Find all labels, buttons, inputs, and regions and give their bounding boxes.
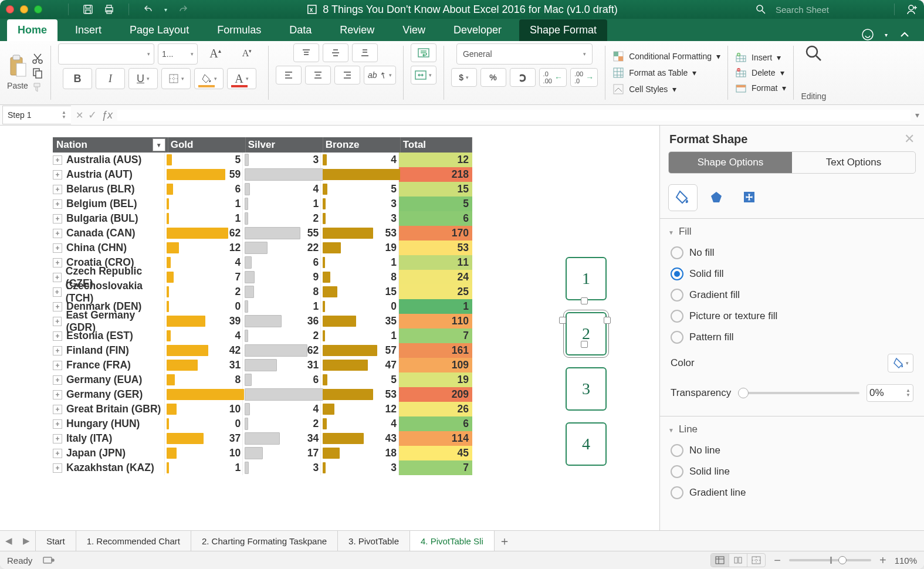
align-left-icon[interactable]: [276, 66, 302, 84]
page-layout-view-icon[interactable]: [729, 554, 747, 567]
fill-color-button[interactable]: ▾: [194, 68, 224, 89]
table-row[interactable]: +Finland (FIN)426257161: [53, 343, 472, 358]
search-icon[interactable]: [756, 4, 766, 15]
sheet-tab[interactable]: 1. Recommended Chart: [76, 531, 191, 551]
line-option[interactable]: Solid line: [668, 461, 916, 482]
size-properties-tab-icon[interactable]: [735, 184, 763, 210]
fill-option[interactable]: Picture or texture fill: [668, 306, 916, 327]
expand-icon[interactable]: +: [53, 331, 62, 341]
transparency-slider[interactable]: [738, 392, 859, 394]
radio-icon[interactable]: [671, 486, 683, 499]
expand-icon[interactable]: +: [53, 243, 62, 253]
header-total[interactable]: Total: [401, 137, 472, 153]
minimize-window-icon[interactable]: [20, 5, 28, 13]
increase-decimal-icon[interactable]: .0.00←: [539, 68, 567, 87]
text-options-tab[interactable]: Text Options: [792, 152, 915, 173]
fill-option[interactable]: Solid fill: [668, 263, 916, 284]
slicer-1[interactable]: 1: [566, 257, 607, 300]
prev-sheet-icon[interactable]: ◀: [5, 536, 12, 546]
sheet-tab[interactable]: Start: [35, 531, 76, 551]
table-row[interactable]: +Belarus (BLR)64515: [53, 182, 472, 197]
tab-insert[interactable]: Insert: [65, 19, 112, 41]
slicer-3[interactable]: 3: [566, 367, 607, 411]
zoom-window-icon[interactable]: [34, 5, 42, 13]
expand-icon[interactable]: +: [53, 273, 62, 282]
normal-view-icon[interactable]: [711, 554, 729, 567]
expand-formula-bar-icon[interactable]: ▾: [915, 110, 919, 120]
expand-icon[interactable]: +: [53, 185, 62, 194]
cancel-formula-icon[interactable]: ✕: [76, 110, 83, 121]
expand-icon[interactable]: +: [53, 419, 62, 429]
table-row[interactable]: +France (FRA)313147109: [53, 358, 472, 372]
macro-record-icon[interactable]: [43, 556, 55, 565]
expand-icon[interactable]: +: [53, 449, 62, 458]
expand-icon[interactable]: +: [53, 214, 62, 223]
search-input[interactable]: [774, 2, 882, 16]
underline-button[interactable]: U▾: [128, 68, 158, 89]
format-painter-icon[interactable]: [32, 81, 43, 93]
formula-input[interactable]: [117, 110, 911, 121]
radio-icon[interactable]: [671, 289, 683, 302]
delete-cells-button[interactable]: Delete▾: [735, 67, 786, 78]
border-button[interactable]: ▾: [161, 68, 191, 89]
expand-icon[interactable]: +: [53, 390, 62, 399]
redo-icon[interactable]: [178, 4, 188, 15]
table-row[interactable]: +Bulgaria (BUL)1236: [53, 211, 472, 226]
sheet-tab[interactable]: 2. Charting Formating Taskpane: [191, 531, 338, 551]
expand-icon[interactable]: +: [53, 346, 62, 355]
expand-icon[interactable]: +: [53, 463, 62, 473]
copy-icon[interactable]: [32, 67, 43, 79]
print-icon[interactable]: [104, 4, 114, 15]
expand-icon[interactable]: +: [53, 258, 62, 267]
radio-icon[interactable]: [671, 331, 683, 344]
table-row[interactable]: +Great Britain (GBR)1041226: [53, 402, 472, 416]
comma-icon[interactable]: ͻ: [510, 68, 536, 87]
fill-option[interactable]: No fill: [668, 242, 916, 263]
line-option[interactable]: No line: [668, 440, 916, 461]
percent-icon[interactable]: %: [480, 68, 506, 87]
bold-button[interactable]: B: [63, 68, 92, 89]
zoom-in-icon[interactable]: +: [879, 554, 886, 567]
font-size-select[interactable]: 1...▾: [158, 43, 198, 65]
cut-icon[interactable]: [32, 53, 43, 65]
radio-icon[interactable]: [671, 465, 683, 478]
zoom-slider[interactable]: [789, 559, 871, 561]
table-row[interactable]: +China (CHN)12221953: [53, 241, 472, 255]
align-center-icon[interactable]: [305, 66, 331, 84]
align-bottom-icon[interactable]: [352, 43, 378, 62]
header-nation[interactable]: Nation ▼: [53, 137, 168, 153]
expand-icon[interactable]: +: [53, 302, 62, 311]
share-icon[interactable]: [906, 4, 918, 15]
table-row[interactable]: +Hungary (HUN)0246: [53, 416, 472, 431]
fill-color-swatch[interactable]: ▾: [888, 354, 913, 372]
name-box[interactable]: Step 1 ▲▼: [2, 106, 71, 124]
paste-icon[interactable]: [7, 54, 28, 79]
table-row[interactable]: +Austria (AUT)597881218: [53, 167, 472, 182]
tab-data[interactable]: Data: [279, 19, 322, 41]
tab-shape-format[interactable]: Shape Format: [519, 19, 607, 41]
merge-cells-icon[interactable]: ▾: [411, 66, 436, 84]
sheet-tab[interactable]: 4. PivotTable Sli: [410, 531, 495, 552]
accept-formula-icon[interactable]: ✓: [88, 109, 97, 121]
table-row[interactable]: +Germany (GER)787853209: [53, 387, 472, 402]
font-color-button[interactable]: A▾: [227, 68, 256, 89]
number-format-select[interactable]: General▾: [456, 43, 593, 65]
header-bronze[interactable]: Bronze: [323, 137, 401, 153]
increase-font-icon[interactable]: A▴: [201, 43, 229, 63]
table-row[interactable]: +Estonia (EST)4217: [53, 328, 472, 343]
align-middle-icon[interactable]: [323, 43, 348, 62]
feedback-smile-icon[interactable]: [861, 28, 874, 41]
conditional-formatting-button[interactable]: Conditional Formatting▾: [612, 50, 720, 62]
expand-icon[interactable]: +: [53, 317, 62, 326]
decrease-font-icon[interactable]: A▾: [233, 43, 261, 63]
fx-icon[interactable]: ƒx: [101, 109, 113, 121]
table-row[interactable]: +Czechoslovakia (TCH)281525: [53, 284, 472, 299]
orientation-icon[interactable]: ab↗▾: [364, 66, 396, 84]
zoom-value[interactable]: 110%: [895, 556, 917, 565]
align-top-icon[interactable]: [293, 43, 319, 62]
expand-icon[interactable]: +: [53, 229, 62, 238]
font-family-select[interactable]: ▾: [58, 43, 154, 65]
expand-icon[interactable]: +: [53, 361, 62, 370]
effects-tab-icon[interactable]: [702, 184, 730, 210]
fill-option[interactable]: Gradient fill: [668, 284, 916, 306]
